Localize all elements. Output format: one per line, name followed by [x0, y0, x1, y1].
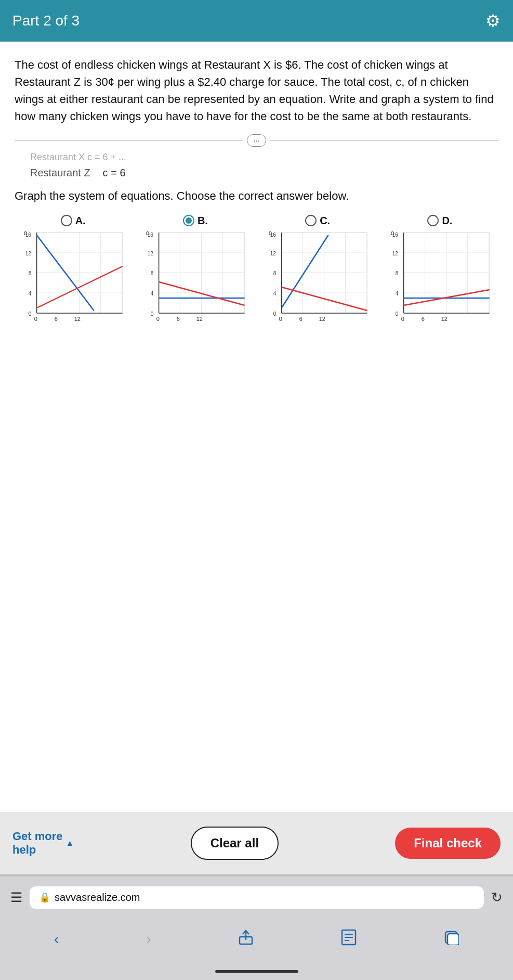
svg-text:12: 12 [74, 316, 81, 322]
get-more-help-button[interactable]: Get morehelp ▲ [12, 830, 74, 857]
svg-text:12: 12 [25, 251, 32, 256]
svg-text:8: 8 [29, 270, 32, 276]
svg-text:0: 0 [34, 316, 37, 322]
graph-b-svg: c 0 6 12 0 4 8 12 16 [137, 230, 254, 324]
choice-c[interactable]: C. c 0 [259, 215, 376, 324]
choice-c-header[interactable]: C. [305, 215, 330, 227]
reload-icon[interactable]: ↻ [491, 889, 503, 906]
svg-text:4: 4 [273, 291, 276, 296]
choices-row: A. [15, 215, 498, 324]
svg-rect-72 [403, 233, 489, 313]
bookmarks-button[interactable] [341, 929, 357, 949]
divider: ··· [15, 134, 498, 147]
svg-text:8: 8 [151, 270, 154, 276]
home-bar [215, 970, 298, 973]
svg-text:6: 6 [177, 316, 180, 322]
get-more-help-label: Get morehelp [12, 830, 63, 857]
svg-text:12: 12 [441, 316, 447, 322]
choice-b[interactable]: B. c 0 [137, 215, 254, 324]
svg-text:0: 0 [156, 316, 160, 322]
svg-text:0: 0 [29, 311, 32, 317]
graph-instruction: Graph the system of equations. Choose th… [15, 188, 498, 204]
radio-a[interactable] [61, 215, 72, 226]
choice-a-header[interactable]: A. [61, 215, 86, 227]
svg-text:12: 12 [196, 316, 203, 322]
choice-a[interactable]: A. [15, 215, 131, 324]
choice-b-header[interactable]: B. [183, 215, 208, 227]
equation-value: c = 6 [103, 167, 126, 179]
choice-d-header[interactable]: D. [427, 215, 452, 227]
graph-d-svg: c 0 6 12 0 4 8 12 16 [382, 230, 498, 324]
choice-a-label: A. [75, 215, 86, 227]
svg-text:6: 6 [421, 316, 424, 322]
svg-rect-24 [159, 233, 245, 313]
svg-text:8: 8 [395, 270, 398, 276]
main-content: The cost of endless chicken wings at Res… [0, 42, 513, 812]
radio-c[interactable] [305, 215, 317, 226]
graph-a: c 0 6 12 0 4 8 12 16 [15, 230, 131, 324]
browser-menu-icon[interactable]: ☰ [10, 889, 22, 906]
url-bar[interactable]: 🔒 savvasrealize.com [30, 886, 484, 909]
divider-line-right [270, 140, 498, 141]
choice-c-label: C. [320, 215, 330, 227]
svg-text:6: 6 [55, 316, 58, 322]
graph-d: c 0 6 12 0 4 8 12 16 [382, 230, 498, 324]
nav-bar: ‹ › [0, 918, 513, 965]
help-arrow-icon: ▲ [66, 839, 74, 848]
svg-text:12: 12 [270, 251, 276, 256]
svg-text:4: 4 [395, 291, 398, 296]
svg-text:0: 0 [395, 311, 398, 317]
settings-icon[interactable]: ⚙ [485, 11, 501, 31]
choice-b-label: B. [198, 215, 208, 227]
svg-text:16: 16 [270, 232, 276, 238]
divider-line-left [15, 140, 243, 141]
problem-text: The cost of endless chicken wings at Res… [15, 56, 498, 125]
tabs-button[interactable] [443, 930, 459, 949]
svg-text:0: 0 [151, 311, 154, 317]
svg-text:12: 12 [148, 251, 154, 256]
restaurant-z-label: Restaurant Z [30, 167, 90, 179]
svg-text:4: 4 [151, 291, 154, 296]
svg-text:16: 16 [25, 232, 32, 238]
choice-d-label: D. [442, 215, 452, 227]
faded-equation-row: Restaurant X c = 6 + ... [30, 152, 498, 163]
browser-bar: ☰ 🔒 savvasrealize.com ↻ [0, 876, 513, 918]
svg-rect-48 [281, 233, 367, 313]
lock-icon: 🔒 [39, 892, 50, 903]
svg-text:0: 0 [273, 311, 276, 317]
svg-text:0: 0 [279, 316, 282, 322]
final-check-button[interactable]: Final check [395, 828, 501, 859]
url-text: savvasrealize.com [55, 892, 140, 904]
divider-dots[interactable]: ··· [247, 134, 267, 147]
graph-a-svg: c 0 6 12 0 4 8 12 16 [15, 230, 131, 324]
svg-rect-103 [448, 934, 459, 945]
radio-d[interactable] [427, 215, 439, 226]
graph-c-svg: c 0 6 12 0 4 8 12 16 [259, 230, 376, 324]
svg-text:8: 8 [273, 270, 276, 276]
share-button[interactable] [238, 929, 254, 950]
svg-text:4: 4 [29, 291, 32, 296]
radio-b[interactable] [183, 215, 194, 226]
faded-text: Restaurant X c = 6 + ... [30, 152, 126, 162]
choice-d[interactable]: D. c 0 [382, 215, 498, 324]
part-title: Part 2 of 3 [12, 12, 80, 29]
clear-all-button[interactable]: Clear all [191, 827, 279, 860]
graph-c: c 0 6 12 0 4 8 12 16 [259, 230, 376, 324]
svg-text:16: 16 [148, 232, 154, 238]
equation-row: Restaurant Z c = 6 [30, 167, 498, 179]
app-header: Part 2 of 3 ⚙ [0, 0, 513, 42]
svg-text:12: 12 [392, 251, 398, 256]
graph-b: c 0 6 12 0 4 8 12 16 [137, 230, 254, 324]
svg-text:12: 12 [319, 316, 325, 322]
home-indicator [0, 965, 513, 980]
action-bar: Get morehelp ▲ Clear all Final check [0, 812, 513, 874]
back-button[interactable]: ‹ [54, 930, 59, 948]
forward-button[interactable]: › [146, 930, 151, 948]
svg-text:16: 16 [392, 232, 398, 238]
svg-text:6: 6 [299, 316, 302, 322]
svg-text:0: 0 [401, 316, 404, 322]
radio-b-inner [186, 217, 192, 224]
